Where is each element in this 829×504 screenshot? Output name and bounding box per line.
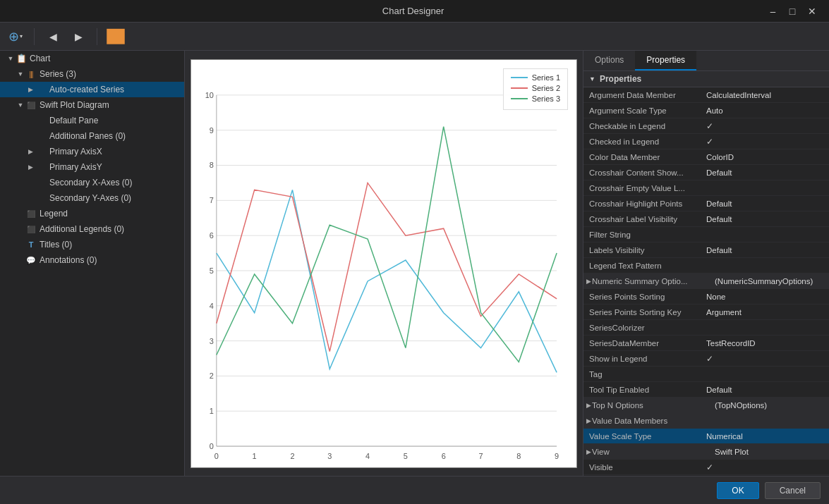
tree-label-add-legends: Additional Legends (0)	[40, 224, 124, 234]
tree-item-legend[interactable]: ⬛ Legend	[0, 206, 184, 221]
tree-item-axis-x[interactable]: ▶ Primary AxisX	[0, 144, 184, 159]
tree-label-sec-x: Secondary X-Axes (0)	[49, 178, 132, 188]
chart-folder-icon: 📋	[16, 53, 27, 64]
tree-item-sec-x[interactable]: Secondary X-Axes (0)	[0, 175, 184, 190]
prop-filter-string[interactable]: Filter String	[583, 227, 829, 242]
minimize-button[interactable]: ‒	[763, 1, 782, 21]
tab-options[interactable]: Options	[583, 51, 635, 70]
tree-label-auto-series: Auto-created Series	[49, 85, 124, 94]
prop-crosshair-content-show[interactable]: Crosshair Content Show... Default	[583, 165, 829, 180]
prop-name-tag: Tag	[583, 370, 703, 379]
legend-item-series2: Series 2	[511, 84, 560, 92]
prop-labels-visibility[interactable]: Labels Visibility Default	[583, 242, 829, 258]
tree-item-titles[interactable]: T Titles (0)	[0, 237, 184, 252]
tree-item-chart[interactable]: ▼ 📋 Chart	[0, 51, 184, 66]
window-title: Chart Designer	[63, 6, 763, 16]
prop-argument-scale-type[interactable]: Argument Scale Type Auto	[583, 103, 829, 118]
series-icon: |||	[25, 68, 37, 80]
prop-value-visible: ✓	[703, 462, 829, 472]
prop-series-points-sorting[interactable]: Series Points Sorting None	[583, 289, 829, 305]
prop-crosshair-label-visibility[interactable]: Crosshair Label Visibility Default	[583, 211, 829, 227]
tree-item-axis-y[interactable]: ▶ Primary AxisY	[0, 159, 184, 175]
svg-text:9: 9	[210, 125, 214, 134]
prop-visible[interactable]: Visible ✓	[583, 460, 829, 475]
prop-series-points-sorting-key[interactable]: Series Points Sorting Key Argument	[583, 305, 829, 320]
svg-text:3: 3	[210, 336, 214, 345]
prop-tag[interactable]: Tag	[583, 367, 829, 382]
prop-name-cil: Checkable in Legend	[583, 122, 703, 130]
prop-name-cev: Crosshair Empty Value L...	[583, 184, 703, 192]
prop-show-in-legend[interactable]: Show in Legend ✓	[583, 351, 829, 367]
legend-label-series1: Series 1	[532, 73, 560, 82]
prop-tooltip-enabled[interactable]: Tool Tip Enabled Default	[583, 382, 829, 398]
prop-value-lv: Default	[703, 246, 829, 254]
prop-crosshair-highlight-points[interactable]: Crosshair Highlight Points Default	[583, 196, 829, 211]
prop-series-colorizer[interactable]: SeriesColorizer	[583, 320, 829, 336]
prop-value-nso: (NumericSummaryOptions)	[712, 277, 829, 285]
chart-container: 0 1 2 3 4 5 6 7 8 9 10	[190, 59, 577, 468]
prop-series-data-member[interactable]: SeriesDataMember TestRecordID	[583, 336, 829, 351]
tree-item-add-panes[interactable]: Additional Panes (0)	[0, 128, 184, 144]
tree-item-annotations[interactable]: 💬 Annotations (0)	[0, 252, 184, 268]
prop-value-data-members[interactable]: ▶ Value Data Members	[583, 413, 829, 429]
expand-icon-series: ▼	[16, 69, 25, 79]
dropdown-arrow: ▾	[20, 33, 23, 39]
panel-tabs: Options Properties	[583, 51, 829, 71]
axis-x-icon	[35, 146, 47, 157]
tree-label-add-panes: Additional Panes (0)	[49, 131, 126, 141]
prop-color-data-member[interactable]: Color Data Member ColorID	[583, 149, 829, 165]
tree-label-series: Series (3)	[40, 69, 76, 79]
prop-argument-data-member[interactable]: Argument Data Member CalculatedInterval	[583, 87, 829, 103]
prop-name-chp: Crosshair Highlight Points	[583, 199, 703, 208]
tree-label-axis-y: Primary AxisY	[49, 162, 102, 172]
svg-text:9: 9	[555, 451, 559, 460]
prop-value-tte: Default	[703, 386, 829, 394]
ok-button[interactable]: OK	[717, 482, 758, 499]
prop-value-adm: CalculatedInterval	[703, 91, 829, 99]
svg-text:5: 5	[210, 266, 214, 274]
chart-bar-icon: ██	[107, 29, 125, 44]
close-button[interactable]: ✕	[802, 1, 822, 21]
tree-item-default-pane[interactable]: Default Pane	[0, 113, 184, 128]
prop-name-sc: SeriesColorizer	[583, 324, 703, 332]
checkmark-checkedil: ✓	[706, 137, 713, 147]
bottom-bar: OK Cancel	[0, 476, 829, 504]
legend-line-series2	[511, 87, 528, 89]
prop-value-scale-type[interactable]: Value Scale Type Numerical	[583, 429, 829, 444]
prop-view[interactable]: ▶ View Swift Plot	[583, 444, 829, 460]
tree-item-diagram[interactable]: ▼ ⬛ Swift Plot Diagram	[0, 97, 184, 113]
prop-name-nso: Numeric Summary Optio...	[592, 277, 712, 285]
chart-icon-button[interactable]: ██	[106, 27, 126, 47]
forward-button[interactable]: ▶	[68, 27, 88, 47]
prop-top-n-options[interactable]: ▶ Top N Options (TopNOptions)	[583, 398, 829, 413]
checkmark-cil: ✓	[706, 121, 713, 131]
tree-item-series[interactable]: ▼ ||| Series (3)	[0, 66, 184, 82]
tree-item-add-legends[interactable]: ⬛ Additional Legends (0)	[0, 221, 184, 237]
prop-checkable-legend[interactable]: Checkable in Legend ✓	[583, 118, 829, 134]
expand-icon-add-panes	[25, 131, 35, 141]
add-button[interactable]: ⊕ ▾	[6, 27, 25, 47]
separator-2	[97, 28, 97, 45]
svg-text:2: 2	[210, 371, 214, 380]
expand-icon-chart: ▼	[6, 54, 16, 63]
prop-checked-legend[interactable]: Checked in Legend ✓	[583, 134, 829, 149]
prop-numeric-summary[interactable]: ▶ Numeric Summary Optio... (NumericSumma…	[583, 273, 829, 289]
svg-text:6: 6	[442, 451, 446, 460]
prop-name-sil: Show in Legend	[583, 355, 703, 363]
properties-list[interactable]: Argument Data Member CalculatedInterval …	[583, 87, 829, 476]
maximize-button[interactable]: □	[782, 1, 802, 21]
tab-properties[interactable]: Properties	[635, 51, 696, 70]
prop-crosshair-empty-value[interactable]: Crosshair Empty Value L...	[583, 180, 829, 196]
svg-text:5: 5	[404, 451, 408, 460]
right-panel: Options Properties ▼ Properties Argument…	[583, 51, 829, 476]
svg-text:1: 1	[210, 407, 214, 415]
prop-value-cdm: ColorID	[703, 153, 829, 161]
svg-text:7: 7	[478, 451, 483, 460]
tree-item-auto-series[interactable]: ▶ Auto-created Series	[0, 82, 184, 97]
prop-value-vst: Numerical	[703, 432, 829, 441]
prop-legend-text-pattern[interactable]: Legend Text Pattern	[583, 258, 829, 273]
back-button[interactable]: ◀	[43, 27, 63, 47]
cancel-button[interactable]: Cancel	[765, 482, 821, 499]
tree-item-sec-y[interactable]: Secondary Y-Axes (0)	[0, 190, 184, 206]
prop-name-adm: Argument Data Member	[583, 91, 703, 99]
